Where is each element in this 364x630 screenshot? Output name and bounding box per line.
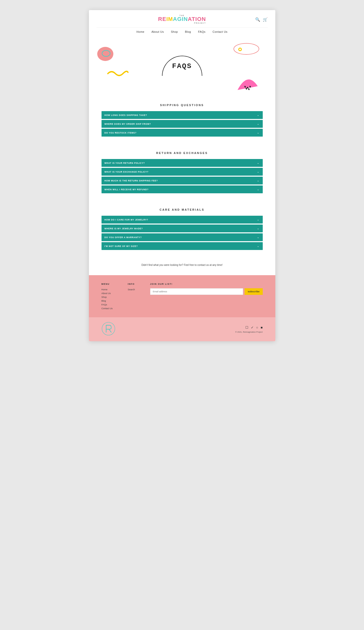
main-nav: Home About Us Shop Blog FAQs Contact Us (96, 27, 268, 37)
svg-point-0 (97, 47, 113, 61)
logo-project: PROJECT (158, 22, 206, 24)
email-signup-row: subscribe (150, 288, 263, 295)
social-icons: ☐ ✓ ○ ■ (245, 326, 263, 329)
deco-pink-shape (235, 69, 260, 92)
care-q3-chevron: ⌄ (257, 236, 259, 239)
deco-pink-oval (233, 42, 260, 57)
shipping-q1-chevron: ⌄ (257, 113, 259, 117)
shipping-q1-label: HOW LONG DOES SHIPPING TAKE? (105, 114, 147, 116)
nav-contact[interactable]: Contact Us (213, 30, 227, 33)
footer-info-col: INFO Search (128, 283, 135, 311)
returns-q2-chevron: ⌄ (257, 170, 259, 173)
svg-point-4 (239, 49, 241, 50)
shipping-q2-label: WHERE DOES MY ORDER SHIP FROM? (105, 123, 151, 125)
care-q1-label: HOW DO I CARE FOR MY JEWELRY? (105, 218, 148, 221)
faqs-arch: FAQS (162, 56, 202, 76)
nav-home[interactable]: Home (137, 30, 144, 33)
footer-link-blog[interactable]: Blog (102, 300, 113, 302)
returns-faq-item-2[interactable]: WHAT IS YOUR EXCHANGE POLICY? ⌄ (102, 168, 263, 176)
footer-link-search[interactable]: Search (128, 288, 135, 291)
returns-title: RETURN AND EXCHANGES (102, 151, 263, 154)
logo-re: RE (158, 16, 167, 22)
faqs-title: FAQS (172, 62, 192, 70)
hero-section: FAQS (89, 37, 275, 95)
returns-q1-label: WHAT IS YOUR RETURN POLICY? (105, 162, 145, 164)
footer-right: ☐ ✓ ○ ■ © 2021, Reimagination Project (235, 326, 263, 333)
shipping-q2-chevron: ⌄ (257, 122, 259, 125)
footer-bottom: ☐ ✓ ○ ■ © 2021, Reimagination Project (89, 317, 275, 341)
footer-menu-title: MENU (102, 283, 113, 285)
footer-join-title: JOIN OUR LIST! (150, 283, 263, 285)
footer-link-contact[interactable]: Contact Us (102, 307, 113, 310)
care-faq-item-4[interactable]: I'M NOT SURE OF MY SIZE? ⌄ (102, 242, 263, 250)
header-top: THE REIMAGINATION PROJECT 🔍 🛒 (96, 15, 268, 24)
returns-q2-label: WHAT IS YOUR EXCHANGE POLICY? (105, 171, 149, 173)
shipping-faq-item-3[interactable]: DO YOU RESTOCK ITEMS? ⌄ (102, 129, 263, 137)
logo-main: REIMAGINATION (158, 16, 206, 22)
returns-q4-chevron: ⌄ (257, 188, 259, 191)
search-icon[interactable]: 🔍 (255, 17, 260, 22)
subscribe-button[interactable]: subscribe (245, 288, 262, 295)
returns-q1-chevron: ⌄ (257, 161, 259, 165)
returns-faq-item-4[interactable]: WHEN WILL I RECEIVE MY REFUND? ⌄ (102, 185, 263, 193)
care-faq-item-2[interactable]: WHERE IS MY JEWELRY MADE? ⌄ (102, 225, 263, 232)
shipping-faq-item-1[interactable]: HOW LONG DOES SHIPPING TAKE? ⌄ (102, 111, 263, 119)
care-q3-label: DO YOU OFFER A WARRANTY? (105, 236, 142, 239)
nav-faqs[interactable]: FAQs (198, 30, 206, 33)
svg-point-10 (102, 322, 115, 335)
nav-about[interactable]: About Us (151, 30, 164, 33)
shipping-title: SHIPPING QUESTIONS (102, 104, 263, 107)
footer-cta: Didn't find what you were looking for? F… (89, 256, 275, 275)
footer-info-title: INFO (128, 283, 135, 285)
logo: THE REIMAGINATION PROJECT (158, 15, 206, 24)
care-q2-label: WHERE IS MY JEWELRY MADE? (105, 227, 143, 230)
returns-q4-label: WHEN WILL I RECEIVE MY REFUND? (105, 188, 149, 191)
returns-faq-item-1[interactable]: WHAT IS YOUR RETURN POLICY? ⌄ (102, 159, 263, 167)
returns-section: RETURN AND EXCHANGES WHAT IS YOUR RETURN… (89, 143, 275, 199)
svg-point-2 (234, 43, 259, 54)
footer-link-faqs[interactable]: FAQs (102, 303, 113, 306)
svg-point-9 (248, 88, 250, 90)
logo-im: IM (166, 16, 173, 22)
shipping-q3-chevron: ⌄ (257, 131, 259, 134)
page-wrapper: THE REIMAGINATION PROJECT 🔍 🛒 Home About… (89, 10, 275, 341)
header-icons: 🔍 🛒 (255, 17, 268, 22)
footer-logo-mark (102, 322, 115, 337)
footer-cta-text: Didn't find what you were looking for? F… (141, 264, 222, 266)
deco-yellow-squiggle (107, 69, 129, 80)
returns-q3-label: HOW MUCH IS THE RETURN SHIPPING FEE? (105, 179, 158, 182)
instagram-icon[interactable]: ■ (261, 326, 263, 329)
facebook-icon[interactable]: ☐ (245, 326, 248, 329)
returns-faq-item-3[interactable]: HOW MUCH IS THE RETURN SHIPPING FEE? ⌄ (102, 177, 263, 184)
footer-link-home[interactable]: Home (102, 288, 113, 291)
footer-main: MENU Home About Us Shop Blog FAQs Contac… (89, 275, 275, 317)
care-faq-item-1[interactable]: HOW DO I CARE FOR MY JEWELRY? ⌄ (102, 216, 263, 224)
care-q4-chevron: ⌄ (257, 244, 259, 248)
header: THE REIMAGINATION PROJECT 🔍 🛒 Home About… (89, 10, 275, 37)
faqs-title-container: FAQS (162, 56, 202, 76)
care-q2-chevron: ⌄ (257, 227, 259, 230)
shipping-faq-item-2[interactable]: WHERE DOES MY ORDER SHIP FROM? ⌄ (102, 120, 263, 128)
footer-link-about[interactable]: About Us (102, 292, 113, 295)
footer-join-col: JOIN OUR LIST! subscribe (150, 283, 263, 311)
nav-shop[interactable]: Shop (171, 30, 178, 33)
copyright-text: © 2021, Reimagination Project (235, 331, 263, 333)
deco-pink-blob (96, 44, 114, 61)
cart-icon[interactable]: 🛒 (263, 17, 268, 22)
nav-blog[interactable]: Blog (185, 30, 191, 33)
returns-q3-chevron: ⌄ (257, 179, 259, 182)
care-title: CARE AND MATERIALS (102, 208, 263, 211)
footer-menu-col: MENU Home About Us Shop Blog FAQs Contac… (102, 283, 113, 311)
care-faq-item-3[interactable]: DO YOU OFFER A WARRANTY? ⌄ (102, 233, 263, 241)
logo-ation: ATION (188, 16, 206, 22)
care-q1-chevron: ⌄ (257, 218, 259, 221)
shipping-q3-label: DO YOU RESTOCK ITEMS? (105, 132, 137, 134)
footer-link-shop[interactable]: Shop (102, 296, 113, 298)
email-input[interactable] (150, 288, 243, 295)
care-q4-label: I'M NOT SURE OF MY SIZE? (105, 245, 138, 247)
logo-agin: AGIN (173, 16, 188, 22)
care-section: CARE AND MATERIALS HOW DO I CARE FOR MY … (89, 199, 275, 256)
pinterest-icon[interactable]: ○ (256, 326, 258, 329)
footer-cols: MENU Home About Us Shop Blog FAQs Contac… (102, 283, 263, 311)
twitter-icon[interactable]: ✓ (251, 326, 254, 329)
